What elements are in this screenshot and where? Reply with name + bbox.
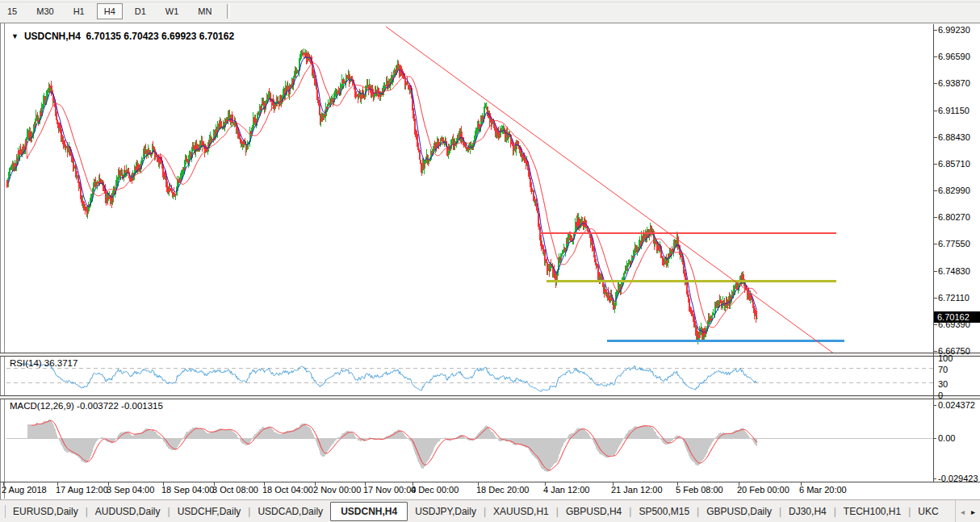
y-axis-label: 6.93870: [938, 78, 970, 88]
x-axis-tick: [478, 482, 479, 486]
x-axis-label: 5 Feb 08:00: [676, 485, 723, 495]
y-axis-label: 6.85710: [938, 159, 970, 169]
y-axis-tick: [933, 190, 937, 191]
macd-scale-tick: [933, 438, 936, 439]
price-axis-line: [933, 24, 934, 482]
y-axis-tick: [933, 111, 937, 111]
y-axis-label: 6.77550: [938, 239, 970, 248]
y-axis-label: 6.99230: [938, 25, 970, 35]
x-axis-label: 2 Aug 2018: [2, 485, 47, 495]
x-axis-label: 3 Sep 04:00: [107, 485, 154, 495]
chart-ohlc-values: 6.70135 6.70423 6.69923 6.70162: [86, 31, 235, 42]
y-axis-tick: [933, 56, 937, 57]
macd-histogram: [28, 420, 757, 472]
rsi-scale-label: 30: [938, 379, 948, 389]
x-axis-tick: [413, 482, 413, 486]
rsi-scale-label: 100: [938, 353, 953, 363]
x-axis-tick: [3, 482, 4, 486]
y-axis-label: 6.80270: [938, 212, 970, 222]
y-axis-tick: [933, 83, 937, 84]
x-axis-label: 20 Feb 00:00: [737, 485, 789, 495]
y-axis-label: 6.91150: [938, 106, 970, 115]
x-axis-tick: [801, 482, 802, 486]
y-axis-label: 6.74830: [938, 266, 970, 276]
macd-scale-label: -0.029423: [938, 474, 978, 483]
y-axis-tick: [933, 30, 937, 31]
chart-symbol-timeframe: USDCNH,H4: [24, 31, 81, 42]
chart-dropdown-icon[interactable]: ▼: [11, 32, 19, 40]
x-axis-label: 4 Dec 00:00: [411, 485, 459, 495]
x-axis-label: 21 Jan 12:00: [611, 485, 663, 495]
chart-title: ▼USDCNH,H4 6.70135 6.70423 6.69923 6.701…: [11, 31, 234, 42]
macd-label: MACD(12,26,9) -0.003722 -0.001315: [10, 401, 163, 411]
x-axis-tick: [214, 482, 215, 486]
y-axis-tick: [933, 351, 937, 352]
y-axis-tick: [933, 137, 937, 138]
macd-panel-bottom-border: [0, 482, 980, 482]
x-axis-label: 2 Nov 00:00: [313, 485, 361, 495]
x-axis-tick: [264, 482, 265, 486]
x-axis-label: 18 Oct 04:00: [262, 485, 313, 495]
x-axis-tick: [108, 482, 109, 486]
macd-panel-top-border: [0, 399, 980, 399]
x-axis-tick: [365, 482, 366, 486]
rsi-scale-label: 0: [938, 390, 943, 400]
descending-trendline[interactable]: [386, 27, 835, 354]
ma-slow-line: [14, 63, 757, 328]
x-axis-label: 17 Nov 00:00: [363, 485, 416, 495]
y-axis-label: 6.88430: [938, 132, 970, 142]
y-axis-label: 6.72110: [938, 293, 970, 303]
x-axis-tick: [163, 482, 164, 486]
y-axis-tick: [933, 244, 937, 244]
y-axis-tick: [933, 298, 937, 299]
x-axis-tick: [739, 482, 739, 486]
x-axis-tick: [613, 482, 614, 486]
y-axis-tick: [933, 217, 937, 218]
y-axis-tick: [933, 271, 937, 272]
chart-canvas[interactable]: [0, 0, 980, 522]
y-axis-label: 6.82990: [938, 186, 970, 195]
x-axis-tick: [677, 482, 678, 486]
macd-scale-tick: [933, 405, 936, 406]
x-axis-tick: [57, 482, 58, 486]
x-axis-tick: [315, 482, 316, 486]
rsi-line: [20, 364, 757, 391]
x-axis-label: 4 Jan 12:00: [543, 485, 590, 495]
x-axis-label: 17 Aug 12:00: [56, 485, 108, 495]
macd-scale-tick: [933, 478, 936, 479]
y-axis-tick: [933, 324, 937, 325]
rsi-panel-top-border: [0, 356, 980, 357]
x-axis-label: 18 Sep 04:00: [161, 485, 214, 495]
ma-fast-line: [9, 56, 757, 332]
y-axis-tick: [933, 164, 937, 165]
x-axis-label: 18 Dec 20:00: [476, 485, 529, 495]
x-axis-label: 3 Oct 08:00: [212, 485, 258, 495]
rsi-scale-label: 70: [938, 365, 948, 374]
rsi-label: RSI(14) 36.3717: [10, 358, 77, 368]
current-price-tag: 6.70162: [934, 311, 980, 323]
macd-scale-label: 0.00: [938, 433, 955, 443]
x-axis-tick: [545, 482, 546, 486]
y-axis-label: 6.96590: [938, 52, 970, 61]
macd-scale-label: 0.024372: [938, 400, 975, 410]
x-axis-label: 6 Mar 20:00: [799, 485, 847, 495]
